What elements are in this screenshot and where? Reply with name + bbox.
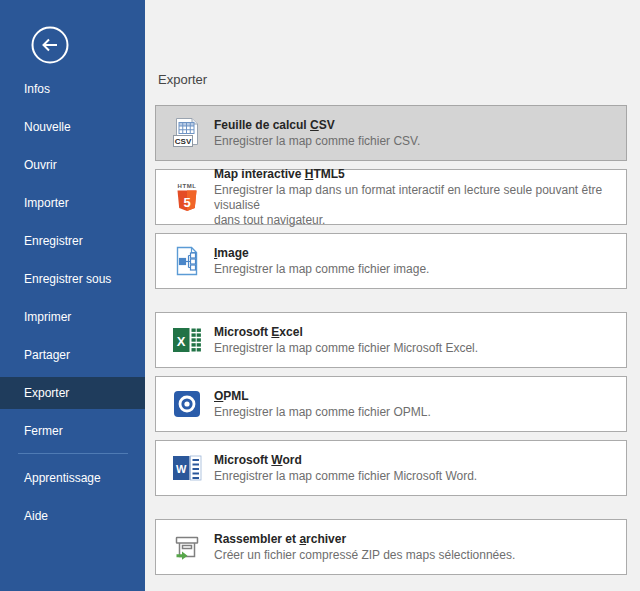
export-option-image[interactable]: Image Enregistrer la map comme fichier i… (155, 233, 627, 289)
export-option-description: Créer un fichier compressé ZIP des maps … (214, 548, 515, 563)
page-title: Exporter (158, 73, 640, 87)
sidebar-item-ouvrir[interactable]: Ouvrir (0, 149, 145, 181)
sidebar-item-imprimer[interactable]: Imprimer (0, 301, 145, 333)
archive-box-icon (171, 531, 203, 563)
html5-icon: HTML 5 (171, 181, 203, 213)
export-option-description: Enregistrer la map comme fichier image. (214, 262, 429, 277)
export-option-word[interactable]: W Microsoft Word Enregistrer la map comm… (155, 440, 627, 496)
sidebar: Infos Nouvelle Ouvrir Importer Enregistr… (0, 0, 145, 591)
html5-icon-word: HTML (177, 183, 196, 189)
export-option-description: Enregistrer la map comme fichier Microso… (214, 341, 478, 356)
csv-spreadsheet-icon: CSV (171, 117, 203, 149)
export-option-html5[interactable]: HTML 5 Map interactive HTML5 Enregistrer… (155, 169, 627, 225)
sidebar-item-infos[interactable]: Infos (0, 73, 145, 105)
export-option-title: Microsoft Word (214, 453, 477, 468)
export-option-title: Image (214, 246, 429, 261)
export-option-description: Enregistrer la map comme fichier CSV. (214, 134, 420, 149)
html5-icon-number: 5 (183, 195, 190, 210)
sidebar-item-exporter[interactable]: Exporter (0, 377, 145, 409)
export-option-description: Enregistrer la map comme fichier OPML. (214, 405, 431, 420)
export-option-title: Microsoft Excel (214, 325, 478, 340)
image-file-icon (171, 245, 203, 277)
export-option-opml[interactable]: OPML Enregistrer la map comme fichier OP… (155, 376, 627, 432)
export-option-archive[interactable]: Rassembler et archiver Créer un fichier … (155, 519, 627, 575)
sidebar-item-nouvelle[interactable]: Nouvelle (0, 111, 145, 143)
export-option-excel[interactable]: X Microsoft Excel Enregistrer la map com… (155, 312, 627, 368)
excel-icon-letter: X (177, 334, 186, 349)
back-button[interactable] (30, 25, 70, 65)
word-icon-letter: W (176, 463, 187, 475)
sidebar-item-enregistrer[interactable]: Enregistrer (0, 225, 145, 257)
export-option-title: Rassembler et archiver (214, 532, 515, 547)
opml-icon (171, 388, 203, 420)
sidebar-divider (18, 453, 128, 454)
export-option-csv[interactable]: CSV Feuille de calcul CSV Enregistrer la… (155, 105, 627, 161)
export-option-title: Map interactive HTML5 (214, 167, 618, 182)
csv-icon-label: CSV (175, 137, 192, 146)
export-panel: Exporter (145, 0, 640, 591)
sidebar-item-partager[interactable]: Partager (0, 339, 145, 371)
export-option-description: Enregistrer la map dans un format intera… (214, 183, 618, 228)
back-arrow-icon (30, 51, 70, 68)
sidebar-item-apprentissage[interactable]: Apprentissage (0, 462, 145, 494)
export-options-list: CSV Feuille de calcul CSV Enregistrer la… (155, 105, 640, 575)
sidebar-item-aide[interactable]: Aide (0, 500, 145, 532)
word-icon: W (171, 452, 203, 484)
excel-icon: X (171, 324, 203, 356)
sidebar-item-enregistrer-sous[interactable]: Enregistrer sous (0, 263, 145, 295)
sidebar-item-fermer[interactable]: Fermer (0, 415, 145, 447)
export-option-description: Enregistrer la map comme fichier Microso… (214, 469, 477, 484)
export-option-title: Feuille de calcul CSV (214, 118, 420, 133)
sidebar-nav: Infos Nouvelle Ouvrir Importer Enregistr… (0, 73, 145, 538)
sidebar-item-importer[interactable]: Importer (0, 187, 145, 219)
export-option-title: OPML (214, 389, 431, 404)
backstage-view: Infos Nouvelle Ouvrir Importer Enregistr… (0, 0, 640, 591)
